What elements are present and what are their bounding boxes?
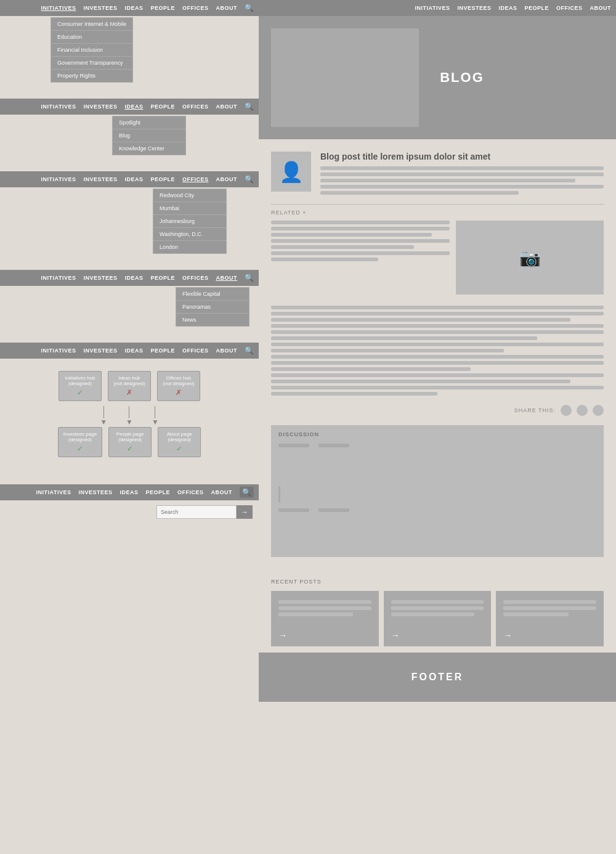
initiatives-dropdown-menu: Consumer Internet & Mobile Education Fin…	[51, 17, 133, 83]
nav-investees-4[interactable]: INVESTEES	[83, 275, 117, 281]
nav-investees-1[interactable]: INVESTEES	[83, 5, 117, 11]
search-icon-4[interactable]: 🔍	[245, 274, 254, 282]
nav-ideas-6[interactable]: IDEAS	[120, 489, 138, 495]
right-nav-people[interactable]: PEOPLE	[524, 5, 549, 11]
left-column: INITIATIVES INVESTEES IDEAS PEOPLE OFFIC…	[0, 0, 259, 854]
sitemap-ideas-cross: ✗	[113, 388, 145, 397]
share-circle-3[interactable]	[593, 405, 604, 416]
post-card-3[interactable]: →	[496, 591, 604, 646]
share-section: SHARE THIS:	[271, 405, 604, 416]
nav-ideas-5[interactable]: IDEAS	[124, 348, 143, 354]
nav-offices-4[interactable]: OFFICES	[182, 275, 209, 281]
dropdown-item-knowledge[interactable]: Knowledge Center	[113, 142, 185, 155]
share-label: SHARE THIS:	[514, 407, 556, 413]
nav-investees-5[interactable]: INVESTEES	[83, 348, 117, 354]
dropdown-item-news[interactable]: News	[176, 314, 249, 326]
search-icon-2[interactable]: 🔍	[245, 102, 254, 111]
dropdown-item-flexible[interactable]: Flexible Capital	[176, 288, 249, 301]
text-line	[271, 373, 604, 377]
post-card-1-arrow[interactable]: →	[278, 630, 371, 640]
sitemap-investees-label: Investees page(designed)	[63, 431, 97, 442]
right-nav-ideas[interactable]: IDEAS	[498, 5, 517, 11]
dropdown-item-spotlight[interactable]: Spotlight	[113, 116, 185, 129]
nav-ideas-2[interactable]: IDEAS	[124, 104, 143, 110]
footer-title: FOOTER	[411, 672, 464, 683]
share-circle-1[interactable]	[561, 405, 572, 416]
ideas-dropdown-menu: Spotlight Blog Knowledge Center	[112, 116, 186, 155]
text-line	[271, 349, 504, 352]
dropdown-item-consumer[interactable]: Consumer Internet & Mobile	[51, 18, 132, 31]
comment-header-1	[278, 444, 596, 447]
nav-about-6[interactable]: ABOUT	[211, 489, 233, 495]
nav-initiatives-1[interactable]: INITIATIVES	[41, 5, 76, 11]
post-card-2-arrow[interactable]: →	[391, 630, 484, 640]
right-nav-investees[interactable]: INVESTEES	[457, 5, 491, 11]
post-card-1[interactable]: →	[271, 591, 379, 646]
related-image: 📷	[456, 221, 604, 295]
comment-header-2	[278, 508, 596, 512]
search-input[interactable]	[156, 505, 237, 519]
nav-people-4[interactable]: PEOPLE	[150, 275, 175, 281]
post-card-2[interactable]: →	[384, 591, 492, 646]
post-header: 👤 Blog post title lorem ipsum dolor sit …	[271, 152, 604, 195]
nav-ideas-3[interactable]: IDEAS	[124, 176, 143, 182]
dropdown-item-redwood[interactable]: Redwood City	[153, 189, 226, 202]
nav-people-3[interactable]: PEOPLE	[150, 176, 175, 182]
right-nav-offices[interactable]: OFFICES	[556, 5, 583, 11]
search-submit-button[interactable]: →	[237, 505, 253, 519]
post-card-3-arrow[interactable]: →	[503, 630, 596, 640]
nav-offices-1[interactable]: OFFICES	[182, 5, 209, 11]
nav-investees-3[interactable]: INVESTEES	[83, 176, 117, 182]
nav-about-5[interactable]: ABOUT	[216, 348, 238, 354]
search-icon-1[interactable]: 🔍	[245, 4, 254, 12]
search-icon-6[interactable]: 🔍	[240, 487, 254, 498]
dropdown-item-washington[interactable]: Washington, D.C.	[153, 228, 226, 241]
nav-initiatives-2[interactable]: INITIATIVES	[41, 104, 76, 110]
nav-offices-2[interactable]: OFFICES	[182, 104, 209, 110]
arrow-down-1: ▼	[100, 406, 107, 426]
nav-initiatives-3[interactable]: INITIATIVES	[41, 176, 76, 182]
post-card-1-text	[278, 600, 371, 616]
nav-initiatives-5[interactable]: INITIATIVES	[41, 348, 76, 354]
text-line	[320, 191, 519, 195]
dropdown-item-financial[interactable]: Financial Inclusion	[51, 44, 132, 57]
search-icon-3[interactable]: 🔍	[245, 175, 254, 184]
blog-hero-title: BLOG	[440, 70, 484, 86]
nav-about-1[interactable]: ABOUT	[216, 5, 238, 11]
nav-ideas-4[interactable]: IDEAS	[124, 275, 143, 281]
nav-people-5[interactable]: PEOPLE	[150, 348, 175, 354]
nav-initiatives-6[interactable]: INITIATIVES	[36, 489, 71, 495]
nav-about-2[interactable]: ABOUT	[216, 104, 238, 110]
nav-investees-2[interactable]: INVESTEES	[83, 104, 117, 110]
text-line	[503, 600, 596, 604]
dropdown-item-panoramas[interactable]: Panoramas	[176, 301, 249, 314]
dropdown-item-education[interactable]: Education	[51, 31, 132, 44]
sitemap-arrows-row: ▼ ▼ ▼	[100, 406, 159, 426]
right-nav-initiatives[interactable]: INITIATIVES	[415, 5, 450, 11]
nav-offices-6[interactable]: OFFICES	[177, 489, 204, 495]
nav-people-2[interactable]: PEOPLE	[150, 104, 175, 110]
nav-about-3[interactable]: ABOUT	[216, 176, 238, 182]
dropdown-item-govt[interactable]: Government Transparency	[51, 57, 132, 70]
nav-initiatives-4[interactable]: INITIATIVES	[41, 275, 76, 281]
text-line	[278, 606, 371, 610]
nav-people-6[interactable]: PEOPLE	[145, 489, 170, 495]
dropdown-item-blog[interactable]: Blog	[113, 129, 185, 142]
dropdown-item-london[interactable]: London	[153, 241, 226, 253]
image-placeholder-icon: 📷	[519, 248, 541, 268]
nav-offices-3[interactable]: OFFICES	[182, 176, 209, 182]
dropdown-item-mumbai[interactable]: Mumbai	[153, 202, 226, 215]
share-circle-2[interactable]	[577, 405, 588, 416]
nav-people-1[interactable]: PEOPLE	[150, 5, 175, 11]
search-icon-5[interactable]: 🔍	[245, 346, 254, 355]
blog-hero-image	[271, 28, 419, 127]
dropdown-item-property[interactable]: Property Rights	[51, 70, 132, 82]
nav-offices-5[interactable]: OFFICES	[182, 348, 209, 354]
nav-ideas-1[interactable]: IDEAS	[124, 5, 143, 11]
footer: FOOTER	[259, 653, 616, 702]
right-nav-about[interactable]: ABOUT	[590, 5, 612, 11]
nav-investees-6[interactable]: INVESTEES	[78, 489, 112, 495]
dropdown-item-johannesburg[interactable]: Johannesburg	[153, 215, 226, 228]
sitemap-about-page: About page(designed) ✓	[158, 427, 201, 457]
nav-about-4[interactable]: ABOUT	[216, 275, 238, 281]
